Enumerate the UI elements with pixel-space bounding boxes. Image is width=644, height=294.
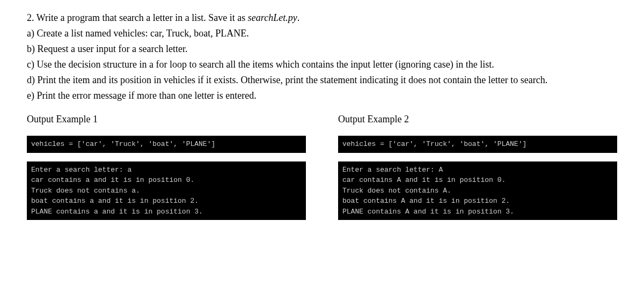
example-1-terminal-1: vehicles = ['car', 'Truck', 'boat', 'PLA…	[27, 136, 306, 153]
example-2-column: Output Example 2 vehicles = ['car', 'Tru…	[338, 114, 617, 229]
example-1-heading: Output Example 1	[27, 114, 306, 125]
question-line-1: 2. Write a program that search a letter …	[27, 11, 617, 25]
question-line-b: b) Request a user input for a search let…	[27, 42, 617, 56]
terminal-output: Enter a search letter: A car contains A …	[342, 165, 514, 217]
example-1-column: Output Example 1 vehicles = ['car', 'Tru…	[27, 114, 306, 229]
examples-row: Output Example 1 vehicles = ['car', 'Tru…	[27, 114, 617, 229]
example-1-terminal-2: Enter a search letter: a car contains a …	[27, 161, 306, 220]
question-line-e: e) Print the error message if more than …	[27, 89, 617, 103]
terminal-output: Enter a search letter: a car contains a …	[31, 165, 203, 217]
example-2-heading: Output Example 2	[338, 114, 617, 125]
terminal-output: vehicles = ['car', 'Truck', 'boat', 'PLA…	[31, 139, 215, 150]
question-line-1-prefix: 2. Write a program that search a letter …	[27, 12, 248, 23]
question-line-a: a) Create a list named vehicles: car, Tr…	[27, 26, 617, 41]
question-line-1-filename: searchLet.py	[248, 12, 297, 23]
question-line-1-suffix: .	[297, 12, 300, 23]
question-line-d: d) Print the item and its position in ve…	[27, 73, 617, 87]
example-2-terminal-1: vehicles = ['car', 'Truck', 'boat', 'PLA…	[338, 136, 617, 153]
terminal-output: vehicles = ['car', 'Truck', 'boat', 'PLA…	[342, 139, 526, 150]
question-text: 2. Write a program that search a letter …	[27, 11, 617, 103]
example-2-terminal-2: Enter a search letter: A car contains A …	[338, 161, 617, 220]
question-line-c: c) Use the decision structure in a for l…	[27, 57, 617, 72]
